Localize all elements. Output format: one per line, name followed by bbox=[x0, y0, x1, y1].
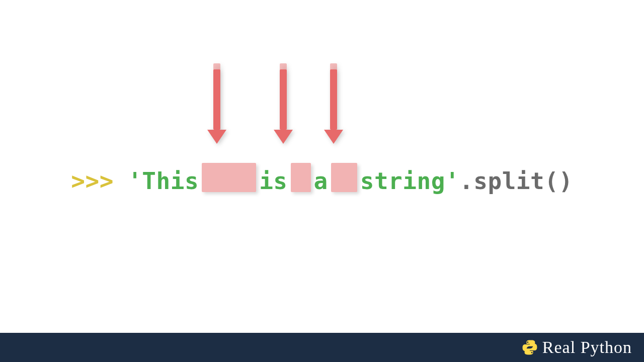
slide: >>> 'Thisisastring'.split() Real Python bbox=[0, 0, 644, 362]
python-logo-icon bbox=[522, 340, 537, 355]
string-word-4: string bbox=[360, 167, 445, 195]
whitespace-highlight bbox=[291, 163, 311, 192]
whitespace-highlight bbox=[202, 163, 256, 192]
code-line: >>> 'Thisisastring'.split() bbox=[0, 163, 644, 195]
brand-text: Real Python bbox=[542, 338, 632, 357]
repl-prompt: >>> bbox=[71, 167, 114, 195]
footer-bar: Real Python bbox=[0, 333, 644, 362]
arrow-icon bbox=[210, 69, 223, 144]
string-word-3: a bbox=[314, 167, 328, 195]
string-quote-close: ' bbox=[445, 167, 459, 195]
whitespace-highlight bbox=[331, 163, 357, 192]
arrow-icon bbox=[277, 69, 290, 144]
string-word-1: This bbox=[142, 167, 199, 195]
method-call: .split() bbox=[459, 167, 573, 195]
arrow-icon bbox=[327, 69, 340, 144]
string-word-2: is bbox=[259, 167, 287, 195]
string-quote-open: ' bbox=[128, 167, 142, 195]
